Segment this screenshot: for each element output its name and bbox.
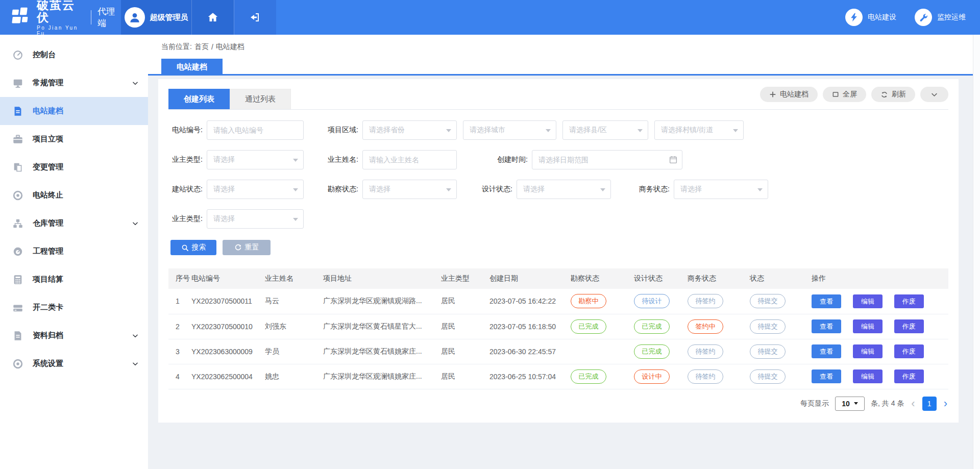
- void-button[interactable]: 作废: [894, 294, 924, 308]
- station-code-input[interactable]: [207, 120, 304, 140]
- owner-name-input[interactable]: [362, 150, 457, 169]
- breadcrumb: 当前位置: 首页 / 电站建档: [148, 35, 980, 59]
- page-tab-station-archive[interactable]: 电站建档: [161, 59, 223, 76]
- caret-down-icon: [293, 188, 298, 191]
- app-header: 破茧云伏 Po Jian Yun Fu 代理端 超级管理员: [0, 0, 980, 35]
- avatar: [125, 7, 145, 28]
- filter-row-3: 建站状态: 请选择 勘察状态: 请选择 设计状态: 请选择 商务状态: 请选择: [168, 180, 959, 199]
- edit-button[interactable]: 编辑: [853, 369, 883, 383]
- dashboard-icon: [12, 246, 23, 257]
- prev-page-button[interactable]: ‹: [910, 398, 916, 409]
- view-button[interactable]: 查看: [812, 294, 841, 308]
- owner-type2-select[interactable]: 请选择: [207, 209, 304, 229]
- town-select[interactable]: 请选择村镇/街道: [654, 120, 744, 140]
- status-badge: 待提交: [750, 294, 786, 308]
- table-row: 4 YX2023062500004 姚忠 广东深圳龙华区观澜镇姚家庄... 居民…: [168, 364, 948, 389]
- owner-type-select[interactable]: 请选择: [207, 150, 304, 169]
- caret-down-icon: [446, 188, 451, 191]
- tab-passed-list[interactable]: 通过列表: [230, 89, 291, 109]
- sidebar-item-station-termination[interactable]: 电站终止: [0, 181, 148, 209]
- archive-icon: [12, 330, 23, 341]
- refresh-icon: [880, 91, 888, 98]
- sidebar-item-change-mgmt[interactable]: 变更管理: [0, 153, 148, 181]
- gauge-icon: [12, 50, 23, 61]
- nav-station-build[interactable]: 电站建设: [845, 9, 896, 26]
- station-table: 序号 电站编号 业主姓名 项目地址 业主类型 创建日期 勘察状态 设计状态 商务…: [168, 268, 948, 389]
- caret-down-icon: [546, 129, 551, 132]
- nav-monitor-ops[interactable]: 监控运维: [915, 9, 966, 26]
- lightning-icon: [849, 12, 859, 22]
- caret-down-icon: [733, 129, 738, 132]
- logout-button[interactable]: [234, 0, 276, 35]
- date-range-picker[interactable]: [532, 150, 682, 169]
- user-menu[interactable]: 超级管理员: [121, 0, 191, 35]
- chevron-down-icon: [132, 220, 139, 227]
- county-select[interactable]: 请选择县/区: [562, 120, 648, 140]
- refresh-button[interactable]: 刷新: [871, 87, 915, 102]
- home-button[interactable]: [191, 0, 234, 35]
- view-button[interactable]: 查看: [812, 319, 841, 333]
- build-status-select[interactable]: 请选择: [207, 180, 304, 199]
- divider: [91, 10, 91, 24]
- business-status-select[interactable]: 请选择: [674, 180, 768, 199]
- status-badge: 已完成: [634, 344, 670, 359]
- sidebar-item-project-settlement[interactable]: 项目结算: [0, 265, 148, 293]
- date-range-input[interactable]: [532, 150, 682, 169]
- total-count-label: 条, 共 4 条: [871, 399, 904, 408]
- caret-down-icon: [293, 159, 298, 162]
- collapse-toolbar-button[interactable]: [920, 87, 948, 102]
- station-code-label: 电站编号:: [168, 126, 207, 135]
- page-number-button[interactable]: 1: [922, 397, 937, 411]
- status-badge: 已完成: [571, 319, 606, 334]
- sidebar-item-console[interactable]: 控制台: [0, 41, 148, 69]
- status-badge: 已完成: [634, 319, 670, 334]
- sidebar-item-data-archive[interactable]: 资料归档: [0, 322, 148, 350]
- sidebar-item-station-archive[interactable]: 电站建档: [0, 97, 148, 125]
- sidebar-item-system-settings[interactable]: 系统设置: [0, 350, 148, 378]
- edit-button[interactable]: 编辑: [853, 294, 883, 308]
- table-row: 3 YX2023063000009 学员 广东深圳龙华区黄石镇姚家庄... 居民…: [168, 339, 948, 364]
- void-button[interactable]: 作废: [894, 344, 924, 358]
- user-icon: [128, 11, 141, 24]
- void-button[interactable]: 作废: [894, 319, 924, 333]
- edit-button[interactable]: 编辑: [853, 319, 883, 333]
- portal-label: 代理端: [97, 6, 121, 29]
- calculator-icon: [12, 274, 23, 285]
- province-select[interactable]: 请选择省份: [362, 120, 457, 140]
- fullscreen-button[interactable]: 全屏: [823, 87, 866, 102]
- city-select[interactable]: 请选择城市: [463, 120, 556, 140]
- survey-status-select[interactable]: 请选择: [362, 180, 457, 199]
- filter-row-2: 业主类型: 请选择 业主姓名: 创建时间:: [168, 150, 959, 169]
- view-button[interactable]: 查看: [812, 344, 841, 358]
- sidebar-item-warehouse-mgmt[interactable]: 仓库管理: [0, 209, 148, 237]
- page-tab-bar: 电站建档: [148, 59, 980, 76]
- survey-status-label: 勘察状态:: [324, 185, 362, 194]
- next-page-button[interactable]: ›: [943, 398, 948, 409]
- view-button[interactable]: 查看: [812, 369, 841, 383]
- filter-row-4: 业主类型: 请选择: [168, 209, 959, 229]
- edit-button[interactable]: 编辑: [853, 344, 883, 358]
- logo-section: 破茧云伏 Po Jian Yun Fu 代理端: [0, 0, 121, 35]
- breadcrumb-home[interactable]: 首页: [194, 42, 209, 52]
- sidebar-item-open-class2-card[interactable]: 开二类卡: [0, 293, 148, 322]
- sidebar-item-general-mgmt[interactable]: 常规管理: [0, 69, 148, 97]
- breadcrumb-current: 电站建档: [216, 42, 244, 52]
- search-button[interactable]: 搜索: [170, 240, 216, 255]
- sidebar-item-engineering-mgmt[interactable]: 工程管理: [0, 237, 148, 265]
- per-page-select[interactable]: 10: [835, 397, 865, 411]
- void-button[interactable]: 作废: [894, 369, 924, 383]
- scrollbar-track[interactable]: [973, 35, 980, 469]
- tab-create-list[interactable]: 创建列表: [168, 89, 230, 109]
- reset-button[interactable]: 重置: [223, 240, 271, 255]
- list-tabs: 创建列表 通过列表: [168, 89, 291, 109]
- brand-subtitle: Po Jian Yun Fu: [37, 25, 84, 36]
- sidebar-item-project-initiation[interactable]: 项目立项: [0, 125, 148, 153]
- home-icon: [207, 11, 219, 23]
- logout-icon: [249, 11, 261, 23]
- chevron-down-icon: [132, 332, 139, 339]
- status-badge: 待签约: [688, 369, 723, 384]
- panel-actions: 电站建档 全屏 刷新: [760, 87, 948, 102]
- header-spacer: [276, 0, 845, 35]
- add-station-button[interactable]: 电站建档: [760, 87, 818, 102]
- design-status-select[interactable]: 请选择: [517, 180, 611, 199]
